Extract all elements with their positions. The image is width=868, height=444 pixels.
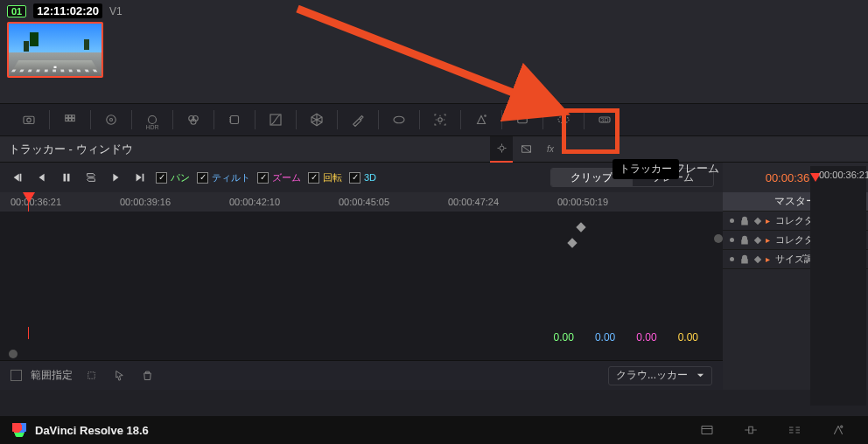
key-icon[interactable] <box>543 107 584 133</box>
svg-point-10 <box>149 116 157 124</box>
ruler-tick: 00:00:45:05 <box>339 197 448 207</box>
track-pause-button[interactable] <box>58 169 75 186</box>
tracker-panel: パン ティルト ズーム 回転 3D クリップ フレーム 00:00:36:21 … <box>0 163 723 390</box>
hdr-icon[interactable]: HDR <box>132 107 172 133</box>
checkbox-zoom[interactable] <box>257 172 269 184</box>
tracker-tooltip: トラッカー <box>612 159 679 179</box>
checkbox-3d[interactable] <box>349 172 360 184</box>
magic-mask-icon[interactable] <box>461 107 501 133</box>
track-reverse-one-button[interactable] <box>9 169 26 186</box>
qualifier-eyedropper-icon[interactable] <box>338 107 378 133</box>
warper-icon[interactable] <box>297 107 337 133</box>
tracker-type-dropdown[interactable]: クラウ...ッカー <box>608 366 712 385</box>
page-edit-icon[interactable] <box>777 416 812 444</box>
page-cut-icon[interactable] <box>733 416 768 444</box>
svg-rect-4 <box>72 115 74 118</box>
palette-toolbar: HDR 3D <box>0 103 868 136</box>
page-fusion-icon[interactable] <box>821 416 856 444</box>
track-forward-one-button[interactable] <box>131 169 149 186</box>
range-checkbox[interactable] <box>10 370 22 381</box>
label-tilt: ティルト <box>212 171 250 184</box>
label-pan: パン <box>171 171 190 184</box>
blur-icon[interactable] <box>502 107 542 133</box>
svg-point-9 <box>110 119 113 121</box>
tracker-graph-area[interactable] <box>0 212 723 327</box>
horiz-scroll-handle[interactable] <box>0 348 723 360</box>
motion-effects-icon[interactable] <box>214 107 255 133</box>
curves-icon[interactable] <box>256 107 296 133</box>
keyframe-timeline-strip: 00:00:36:21 <box>723 166 868 406</box>
svg-rect-24 <box>88 372 94 379</box>
svg-rect-0 <box>24 116 34 123</box>
svg-rect-25 <box>702 427 712 434</box>
clip-strip: 01 12:11:02:20 V1 <box>0 0 868 103</box>
track-reverse-button[interactable] <box>33 169 51 186</box>
svg-point-23 <box>500 146 504 150</box>
tab-fx-icon[interactable]: fx <box>539 136 562 163</box>
tracker-timeline-ruler[interactable]: 00:00:36:21 00:00:39:16 00:00:42:10 00:0… <box>0 192 723 212</box>
keyframe-timeline[interactable]: 00:00:36:21 <box>810 166 866 406</box>
readout-rotate: 0.00 <box>678 331 698 343</box>
track-label: V1 <box>109 5 122 17</box>
window-icon[interactable] <box>379 107 419 133</box>
panel-mode-tabs: fx <box>490 136 569 163</box>
clip-index-badge: 01 <box>7 5 26 17</box>
track-loop-button[interactable] <box>82 169 100 186</box>
app-name: DaVinci Resolve 18.6 <box>35 424 149 437</box>
svg-point-18 <box>485 115 486 117</box>
wheels-icon[interactable] <box>91 107 131 133</box>
opt-pan[interactable]: パン <box>156 171 190 184</box>
page-media-icon[interactable] <box>690 416 724 444</box>
svg-rect-6 <box>69 119 72 121</box>
delete-point-icon[interactable] <box>137 366 157 385</box>
track-forward-button[interactable] <box>107 169 124 186</box>
svg-rect-14 <box>231 116 239 124</box>
opt-3d[interactable]: 3D <box>349 172 376 184</box>
camera-raw-icon[interactable] <box>9 107 49 133</box>
playhead-icon[interactable] <box>23 192 35 203</box>
svg-point-20 <box>558 116 569 123</box>
label-rotate: 回転 <box>323 171 342 184</box>
svg-rect-19 <box>518 116 528 123</box>
keyframe-marker-icon[interactable] <box>576 222 585 232</box>
app-logo-icon <box>12 423 26 437</box>
pointer-icon[interactable] <box>109 366 129 385</box>
add-point-icon[interactable] <box>81 366 101 385</box>
tracker-type-label: クラウ...ッカー <box>616 368 688 383</box>
rgb-mixer-icon[interactable] <box>173 107 214 133</box>
ruler-tick: 00:00:39:16 <box>120 197 229 207</box>
svg-rect-7 <box>72 119 74 121</box>
checkbox-pan[interactable] <box>156 172 167 184</box>
kf-mini-timecode: 00:00:36:21 <box>819 170 868 180</box>
range-label: 範囲指定 <box>31 368 73 383</box>
opt-rotate[interactable]: 回転 <box>308 171 342 184</box>
svg-point-8 <box>107 115 116 125</box>
label-zoom: ズーム <box>272 171 301 184</box>
ruler-tick: 00:00:42:10 <box>229 197 339 207</box>
color-match-icon[interactable] <box>50 107 90 133</box>
readout-pan: 0.00 <box>554 331 574 343</box>
svg-rect-5 <box>66 119 68 121</box>
svg-point-17 <box>438 118 443 122</box>
svg-rect-3 <box>69 115 72 118</box>
app-bottom-bar: DaVinci Resolve 18.6 <box>0 416 868 444</box>
checkbox-tilt[interactable] <box>197 172 208 184</box>
checkbox-rotate[interactable] <box>308 172 319 184</box>
tracker-readout: 0.00 0.00 0.00 0.00 <box>0 327 723 348</box>
source-timecode: 12:11:02:20 <box>33 3 102 18</box>
svg-point-27 <box>841 426 843 427</box>
opt-zoom[interactable]: ズーム <box>257 171 301 184</box>
stereo-3d-icon[interactable]: 3D <box>584 107 625 133</box>
tracker-footer: 範囲指定 クラウ...ッカー <box>0 360 723 390</box>
ruler-tick: 00:00:50:19 <box>557 197 667 207</box>
vertical-scroll-handle[interactable] <box>714 234 723 243</box>
opt-tilt[interactable]: ティルト <box>197 171 250 184</box>
clip-thumbnail[interactable] <box>7 22 103 78</box>
keyframe-marker-icon[interactable] <box>567 238 577 247</box>
panel-header: トラッカー - ウィンドウ fx <box>0 136 868 163</box>
tracker-icon[interactable] <box>420 107 460 133</box>
tab-tracker-icon[interactable] <box>490 136 513 163</box>
ruler-tick: 00:00:47:24 <box>448 197 557 207</box>
label-3d: 3D <box>364 172 376 183</box>
tab-stabilizer-icon[interactable] <box>514 136 537 163</box>
